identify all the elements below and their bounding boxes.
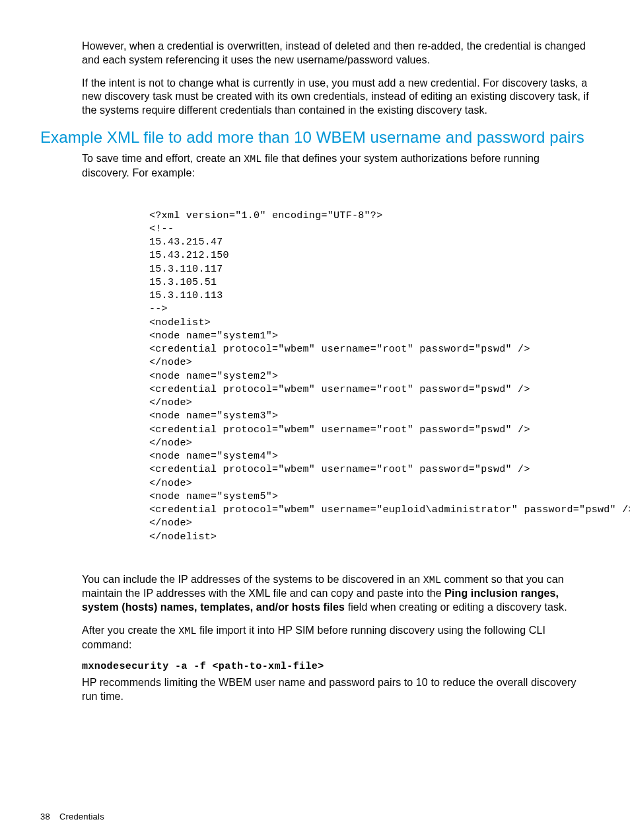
xml-code-block: <?xml version="1.0" encoding="UTF-8"?> <… bbox=[149, 210, 590, 544]
page-footer: 38Credentials bbox=[40, 812, 104, 821]
body-paragraph: If the intent is not to change what is c… bbox=[82, 77, 590, 118]
inline-code: XML bbox=[178, 626, 196, 637]
body-text: field when creating or editing a discove… bbox=[345, 601, 567, 613]
cli-command: mxnodesecurity -a -f <path-to-xml-file> bbox=[82, 661, 590, 672]
body-text: After you create the bbox=[82, 625, 178, 636]
page-number: 38 bbox=[40, 812, 50, 821]
body-text: To save time and effort, create an bbox=[82, 153, 244, 164]
body-paragraph: You can include the IP addresses of the … bbox=[82, 573, 590, 615]
body-paragraph: To save time and effort, create an XML f… bbox=[82, 152, 590, 180]
inline-code: XML bbox=[423, 575, 441, 586]
body-paragraph: After you create the XML file import it … bbox=[82, 624, 590, 652]
body-text: You can include the IP addresses of the … bbox=[82, 574, 423, 585]
body-paragraph: HP recommends limiting the WBEM user nam… bbox=[82, 676, 590, 704]
footer-label: Credentials bbox=[59, 812, 104, 821]
inline-code: XML bbox=[244, 154, 262, 165]
section-heading: Example XML file to add more than 10 WBE… bbox=[40, 127, 590, 148]
body-paragraph: However, when a credential is overwritte… bbox=[82, 40, 590, 67]
